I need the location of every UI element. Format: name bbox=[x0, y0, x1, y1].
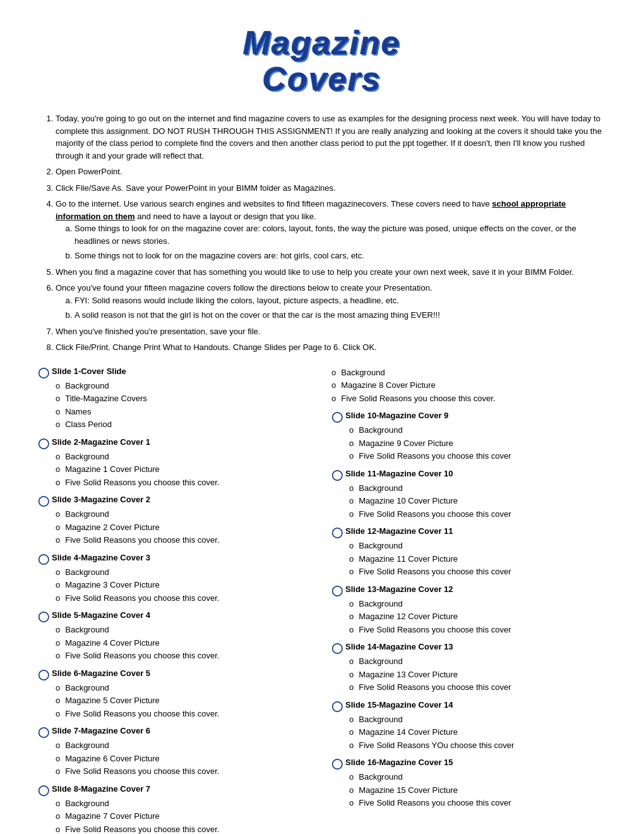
instruction-2: Open PowerPoint. bbox=[56, 166, 606, 178]
slide-12-title: ◯ Slide 12-Magazine Cover 11 bbox=[331, 526, 606, 538]
slide-4-title: ◯ Slide 4-Magazine Cover 3 bbox=[38, 553, 313, 565]
instruction-3: Click File/Save As. Save your PowerPoint… bbox=[56, 182, 606, 195]
instruction-6a: FYI: Solid reasons would include liking … bbox=[75, 294, 606, 307]
instruction-5: When you find a magazine cover that has … bbox=[56, 266, 606, 279]
slide-14-title: ◯ Slide 14-Magazine Cover 13 bbox=[331, 642, 606, 654]
slide-column-right: Background Magazine 8 Cover Picture Five… bbox=[331, 366, 606, 834]
slide-13-title: ◯ Slide 13-Magazine Cover 12 bbox=[331, 584, 606, 596]
slide-5-title: ◯ Slide 5-Magazine Cover 4 bbox=[38, 610, 313, 622]
slide-2-title: ◯ Slide 2-Magazine Cover 1 bbox=[38, 437, 313, 449]
instructions-list: Today, you're going to go out on the int… bbox=[38, 112, 606, 354]
instruction-4-subitems: Some things to look for on the magazine … bbox=[56, 222, 606, 262]
instruction-1: Today, you're going to go out on the int… bbox=[56, 112, 606, 162]
slide-11-title: ◯ Slide 11-Magazine Cover 10 bbox=[331, 469, 606, 481]
instruction-6: Once you've found your fifteen magazine … bbox=[56, 282, 606, 322]
instructions-section: Today, you're going to go out on the int… bbox=[38, 112, 606, 354]
instruction-7: When you've finished you're presentation… bbox=[56, 325, 606, 338]
instruction-4b: Some things not to look for on the magaz… bbox=[75, 250, 606, 262]
slide-13: ◯ Slide 13-Magazine Cover 12 Background … bbox=[331, 584, 606, 636]
slide-1-title: ◯ Slide 1-Cover Slide bbox=[38, 366, 313, 378]
page-header: Magazine Covers bbox=[38, 25, 606, 97]
slide-list-container: ◯ Slide 1-Cover Slide Background Title-M… bbox=[38, 366, 606, 834]
slide-1: ◯ Slide 1-Cover Slide Background Title-M… bbox=[38, 366, 313, 431]
title-covers: Covers bbox=[38, 61, 606, 97]
instruction-4a: Some things to look for on the magazine … bbox=[75, 222, 606, 247]
instruction-6-subitems: FYI: Solid reasons would include liking … bbox=[56, 294, 606, 322]
instruction-6b: A solid reason is not that the girl is h… bbox=[75, 309, 606, 322]
school-appropriate-text: school appropriate information on them bbox=[56, 199, 566, 221]
slide-2: ◯ Slide 2-Magazine Cover 1 Background Ma… bbox=[38, 437, 313, 489]
slide-4: ◯ Slide 4-Magazine Cover 3 Background Ma… bbox=[38, 553, 313, 605]
slide-7-title: ◯ Slide 7-Magazine Cover 6 bbox=[38, 726, 313, 738]
slide-11: ◯ Slide 11-Magazine Cover 10 Background … bbox=[331, 469, 606, 521]
slide-10: ◯ Slide 10-Magazine Cover 9 Background M… bbox=[331, 411, 606, 462]
title-magazine: Magazine bbox=[38, 25, 606, 61]
instruction-4: Go to the internet. Use various search e… bbox=[56, 198, 606, 262]
slide-15: ◯ Slide 15-Magazine Cover 14 Background … bbox=[331, 700, 606, 752]
slide-6: ◯ Slide 6-Magazine Cover 5 Background Ma… bbox=[38, 668, 313, 720]
slide-10-title: ◯ Slide 10-Magazine Cover 9 bbox=[331, 411, 606, 423]
slide-9-cont: Background Magazine 8 Cover Picture Five… bbox=[331, 366, 606, 405]
slide-12: ◯ Slide 12-Magazine Cover 11 Background … bbox=[331, 526, 606, 578]
slide-column-left: ◯ Slide 1-Cover Slide Background Title-M… bbox=[38, 366, 313, 834]
slide-3-title: ◯ Slide 3-Magazine Cover 2 bbox=[38, 495, 313, 507]
slide-3: ◯ Slide 3-Magazine Cover 2 Background Ma… bbox=[38, 495, 313, 547]
instruction-8: Click File/Print. Change Print What to H… bbox=[56, 341, 606, 354]
slide-6-title: ◯ Slide 6-Magazine Cover 5 bbox=[38, 668, 313, 680]
slide-16-title: ◯ Slide 16-Magazine Cover 15 bbox=[331, 758, 606, 770]
slide-8-title: ◯ Slide 8-Magazine Cover 7 bbox=[38, 784, 313, 796]
slide-7: ◯ Slide 7-Magazine Cover 6 Background Ma… bbox=[38, 726, 313, 778]
slide-5: ◯ Slide 5-Magazine Cover 4 Background Ma… bbox=[38, 610, 313, 662]
slide-8: ◯ Slide 8-Magazine Cover 7 Background Ma… bbox=[38, 784, 313, 834]
slide-14: ◯ Slide 14-Magazine Cover 13 Background … bbox=[331, 642, 606, 694]
slide-16: ◯ Slide 16-Magazine Cover 15 Background … bbox=[331, 758, 606, 809]
slide-15-title: ◯ Slide 15-Magazine Cover 14 bbox=[331, 700, 606, 712]
